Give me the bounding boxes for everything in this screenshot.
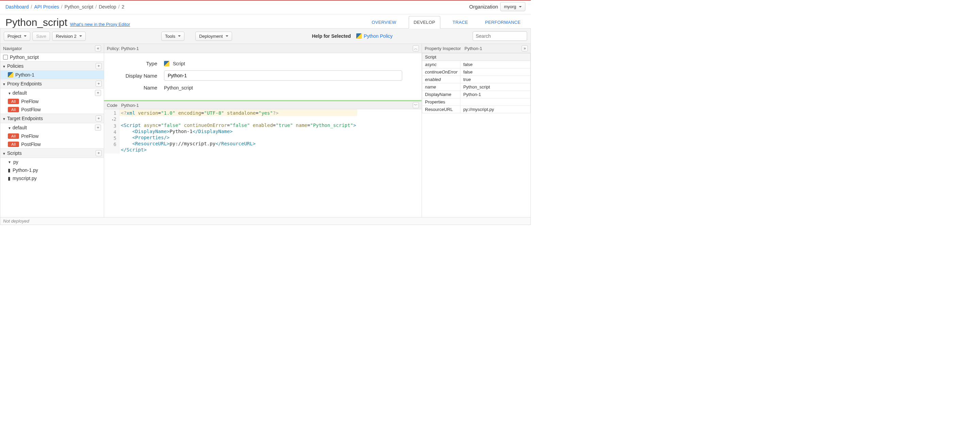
project-menu[interactable]: Project	[4, 32, 30, 41]
nav-section-proxy-endpoints[interactable]: ▼Proxy Endpoints +	[0, 79, 104, 89]
all-badge: All	[8, 134, 19, 139]
inspector-row[interactable]: continueOnErrorfalse	[422, 68, 530, 76]
search-input[interactable]	[473, 31, 527, 41]
nav-target-preflow[interactable]: All PreFlow	[0, 132, 104, 140]
help-for-selected-label: Help for Selected	[312, 33, 351, 39]
line-gutter: 1▾23456	[104, 109, 119, 153]
status-bar: Not deployed	[0, 217, 531, 225]
tab-performance[interactable]: PERFORMANCE	[480, 16, 525, 28]
type-value: Script	[173, 61, 185, 66]
document-icon	[3, 55, 8, 60]
policy-panel-title: Policy: Python-1	[107, 46, 139, 51]
crumb-dashboard[interactable]: Dashboard	[5, 4, 29, 10]
python-policy-link[interactable]: Python Policy	[356, 33, 393, 39]
inspector-row[interactable]: ResourceURLpy://myscript.py	[422, 106, 530, 113]
navigator-title: Navigator	[3, 46, 22, 51]
nav-script-file[interactable]: ▮ myscript.py	[0, 174, 104, 182]
inspector-row[interactable]: namePython_script	[422, 83, 530, 91]
nav-section-policies[interactable]: ▼Policies +	[0, 61, 104, 71]
code-label: Code	[107, 103, 118, 108]
inspector-row[interactable]: Properties	[422, 98, 530, 106]
code-editor[interactable]: 1▾23456 <?xml version="1.0" encoding="UT…	[104, 109, 422, 153]
nav-section-scripts[interactable]: ▼Scripts +	[0, 148, 104, 158]
inspector-row[interactable]: asyncfalse	[422, 61, 530, 68]
nav-script-file[interactable]: ▮ Python-1.py	[0, 166, 104, 174]
type-label: Type	[110, 61, 164, 66]
collapse-code-panel-button[interactable]: ﹀	[413, 102, 419, 108]
inspector-table: Script asyncfalsecontinueOnErrorfalseena…	[422, 53, 530, 113]
property-inspector-panel: Property Inspector Python-1 » Script asy…	[422, 44, 530, 217]
nav-proxy-postflow[interactable]: All PostFlow	[0, 105, 104, 114]
tab-overview[interactable]: OVERVIEW	[367, 16, 401, 28]
add-proxy-endpoint-button[interactable]: +	[95, 81, 102, 87]
tools-menu[interactable]: Tools	[161, 32, 185, 41]
inspector-group: Script	[422, 53, 530, 61]
display-name-label: Display Name	[110, 73, 164, 79]
crumb-api-proxies[interactable]: API Proxies	[34, 4, 59, 10]
page-title: Python_script	[5, 17, 67, 28]
nav-root[interactable]: Python_script	[0, 53, 104, 61]
file-icon: ▮	[8, 167, 11, 173]
nav-policy-python-1[interactable]: Python-1	[0, 71, 104, 79]
add-policy-button[interactable]: +	[95, 63, 102, 69]
nav-proxy-preflow[interactable]: All PreFlow	[0, 97, 104, 105]
add-proxy-flow-button[interactable]: +	[95, 90, 101, 96]
nav-policy-label: Python-1	[15, 72, 34, 78]
nav-proxy-endpoint-default[interactable]: ▼ default +	[0, 89, 104, 97]
name-label: Name	[110, 85, 164, 91]
inspector-title: Property Inspector	[425, 46, 461, 51]
crumb-revision: 2	[121, 4, 124, 10]
tab-develop[interactable]: DEVELOP	[409, 16, 441, 29]
python-icon	[8, 72, 13, 78]
inspector-subject: Python-1	[465, 46, 482, 51]
code-file-name: Python-1	[121, 103, 139, 108]
collapse-navigator-button[interactable]: «	[95, 45, 101, 51]
tab-trace[interactable]: TRACE	[448, 16, 473, 28]
main-tabs: OVERVIEW DEVELOP TRACE PERFORMANCE	[367, 16, 525, 28]
add-target-endpoint-button[interactable]: +	[95, 115, 102, 121]
whats-new-link[interactable]: What's new in the Proxy Editor	[70, 22, 130, 27]
collapse-inspector-button[interactable]: »	[522, 45, 528, 51]
python-policy-link-text: Python Policy	[364, 33, 393, 39]
all-badge: All	[8, 107, 19, 112]
nav-section-target-endpoints[interactable]: ▼Target Endpoints +	[0, 114, 104, 123]
deployment-menu[interactable]: Deployment	[195, 32, 232, 41]
crumb-proxy-name: Python_script	[64, 4, 93, 10]
add-target-flow-button[interactable]: +	[95, 124, 101, 131]
python-icon	[164, 61, 169, 66]
org-selector[interactable]: myorg	[500, 2, 525, 11]
deploy-status: Not deployed	[3, 218, 29, 224]
display-name-input[interactable]	[164, 70, 402, 81]
toolbar: Project Save Revision 2 Tools Deployment…	[0, 28, 531, 44]
all-badge: All	[8, 142, 19, 147]
all-badge: All	[8, 99, 19, 104]
breadcrumb: Dashboard / API Proxies / Python_script …	[0, 1, 531, 14]
add-script-button[interactable]: +	[95, 150, 102, 156]
crumb-section: Develop	[99, 4, 116, 10]
nav-target-endpoint-default[interactable]: ▼ default +	[0, 123, 104, 132]
editor-panel: Policy: Python-1 ︿ Type Script Display N…	[104, 44, 422, 217]
name-value: Python_script	[164, 85, 193, 91]
org-label: Organization	[469, 4, 498, 10]
save-button[interactable]: Save	[32, 32, 50, 41]
code-body[interactable]: <?xml version="1.0" encoding="UTF-8" sta…	[119, 109, 357, 153]
revision-menu[interactable]: Revision 2	[52, 32, 86, 41]
inspector-row[interactable]: enabledtrue	[422, 76, 530, 83]
nav-scripts-py-folder[interactable]: ▼py	[0, 158, 104, 166]
inspector-row[interactable]: DisplayNamePython-1	[422, 91, 530, 98]
file-icon: ▮	[8, 175, 11, 181]
navigator-panel: Navigator « Python_script ▼Policies + Py…	[0, 44, 104, 217]
python-icon	[356, 33, 362, 39]
collapse-policy-panel-button[interactable]: ︿	[413, 45, 419, 51]
nav-target-postflow[interactable]: All PostFlow	[0, 140, 104, 148]
nav-root-label: Python_script	[10, 54, 39, 60]
